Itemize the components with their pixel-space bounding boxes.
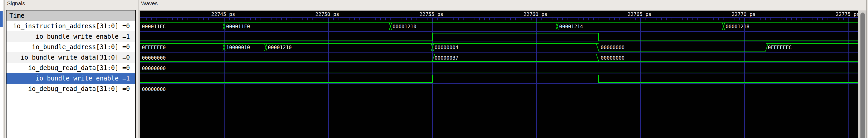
ruler-tick <box>771 18 771 20</box>
panel-splitter-groove[interactable] <box>138 0 138 138</box>
ruler-tick <box>198 18 198 20</box>
bus-value-label: 000011F0 <box>226 24 250 29</box>
signals-list-header[interactable]: Time <box>6 10 135 21</box>
signal-list-item[interactable]: io_debug_read_data[31:0] =0 <box>6 84 135 94</box>
ruler-tick <box>214 18 214 20</box>
ruler-tick <box>734 18 735 20</box>
bus-bottom-edge <box>266 51 432 51</box>
wave-canvas[interactable]: 22745 ps22750 ps22755 ps22760 ps22765 ps… <box>140 10 858 138</box>
grid-line <box>848 17 849 138</box>
ruler-tick <box>188 18 188 20</box>
waves-panel-label: Waves <box>140 0 159 6</box>
ruler-tick <box>604 18 604 20</box>
ruler-tick <box>718 18 719 20</box>
timeline-label: 22760 ps <box>523 11 548 17</box>
bus-top-edge <box>266 44 432 44</box>
ruler-tick <box>255 18 256 20</box>
ruler-tick <box>380 18 381 20</box>
ruler-tick <box>344 18 344 20</box>
ruler-tick <box>510 18 511 20</box>
ruler-tick <box>656 18 656 20</box>
signal-list-item[interactable]: io_bundle_write_enable =1 <box>6 31 135 42</box>
timeline-label: 22775 ps <box>836 11 858 17</box>
ruler-tick <box>349 18 349 20</box>
signal-list-item[interactable]: io_bundle_write_enable =1 <box>6 73 135 84</box>
ruler-tick <box>588 18 589 20</box>
ruler-tick <box>463 18 464 20</box>
ruler-tick <box>411 18 412 20</box>
ruler-tick <box>339 18 339 20</box>
ruler-tick <box>323 18 323 20</box>
ruler-tick <box>672 18 672 20</box>
ruler-tick <box>453 18 454 20</box>
ruler-tick <box>583 18 584 20</box>
ruler-tick <box>739 18 740 20</box>
ruler-tick <box>843 18 844 20</box>
bus-value-label: 00000004 <box>435 45 459 50</box>
signal-list-item[interactable]: io_instruction_address[31:0] =0 <box>6 21 135 31</box>
ruler-tick <box>370 18 370 20</box>
ruler-tick <box>619 18 620 20</box>
ruler-tick <box>802 18 802 20</box>
signal-low-line <box>140 40 432 41</box>
bus-top-edge <box>723 23 858 23</box>
ruler-tick <box>703 18 703 20</box>
bus-value-label: 00000000 <box>142 86 166 92</box>
scrollbar-thumb[interactable] <box>861 12 865 138</box>
ruler-tick <box>151 18 152 20</box>
signal-low-line <box>140 93 858 93</box>
ruler-tick <box>807 18 807 20</box>
ruler-tick <box>625 18 625 20</box>
bus-value-label: 00001214 <box>559 24 583 29</box>
signals-panel-label: Signals <box>6 0 26 6</box>
ruler-tick <box>854 18 854 20</box>
ruler-tick <box>437 18 438 20</box>
ruler-tick <box>776 18 776 20</box>
ruler-tick <box>365 18 365 20</box>
bus-top-edge <box>432 54 598 54</box>
ruler-tick <box>208 18 209 20</box>
bus-top-edge <box>391 23 557 23</box>
ruler-tick <box>500 18 500 20</box>
bus-bottom-edge <box>140 51 224 51</box>
signal-list-item[interactable]: io_bundle_write_data[31:0] =0 <box>6 52 135 63</box>
signal-list-item[interactable]: io_debug_read_data[31:0] =0 <box>6 63 135 73</box>
signal-high-line <box>432 33 598 33</box>
bus-value-label: 00000000 <box>142 55 166 60</box>
ruler-tick <box>692 18 693 20</box>
left-pane-selected-item[interactable] <box>0 11 3 27</box>
ruler-tick <box>396 18 396 20</box>
ruler-tick <box>250 18 251 20</box>
ruler-tick <box>495 18 495 20</box>
ruler-tick <box>203 18 204 20</box>
ruler-tick <box>375 18 376 20</box>
ruler-tick <box>677 18 677 20</box>
ruler-tick <box>360 18 360 20</box>
bus-value-label: 00000037 <box>435 55 459 60</box>
grid-line <box>328 17 329 138</box>
signal-list-item[interactable]: io_bundle_address[31:0] =0 <box>6 42 135 52</box>
row-separator <box>140 52 858 53</box>
ruler-tick <box>162 18 162 20</box>
ruler-tick <box>614 18 615 20</box>
ruler-tick <box>240 18 240 20</box>
waves-vertical-scrollbar[interactable] <box>858 10 867 138</box>
ruler-tick <box>448 18 448 20</box>
ruler-tick <box>391 18 391 20</box>
ruler-tick <box>598 18 599 20</box>
ruler-tick <box>484 18 485 20</box>
ruler-tick <box>661 18 662 20</box>
bus-transition <box>596 44 599 51</box>
signals-list[interactable]: Time io_instruction_address[31:0] =0io_b… <box>6 10 135 138</box>
waves-frame-line <box>140 4 867 4</box>
window-edge <box>866 0 867 138</box>
ruler-tick <box>516 18 516 20</box>
ruler-tick <box>521 18 521 20</box>
ruler-tick <box>245 18 245 20</box>
ruler-tick <box>286 18 287 20</box>
ruler-tick <box>708 18 708 20</box>
splitter-groove <box>4 0 5 138</box>
ruler-tick <box>297 18 297 20</box>
bus-transition <box>596 54 599 61</box>
signal-low-line <box>140 61 432 62</box>
